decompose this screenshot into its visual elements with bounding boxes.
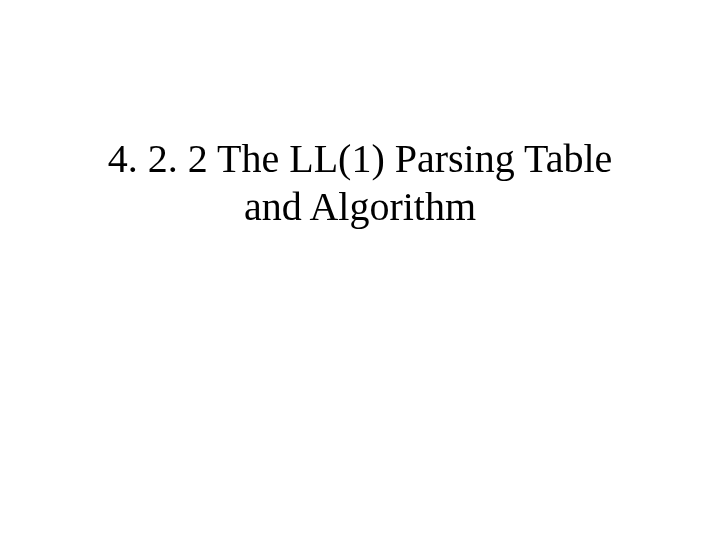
title-line-1: 4. 2. 2 The LL(1) Parsing Table (108, 136, 613, 181)
title-line-2: and Algorithm (244, 184, 476, 229)
slide-container: 4. 2. 2 The LL(1) Parsing Table and Algo… (0, 0, 720, 540)
slide-title: 4. 2. 2 The LL(1) Parsing Table and Algo… (0, 135, 720, 231)
